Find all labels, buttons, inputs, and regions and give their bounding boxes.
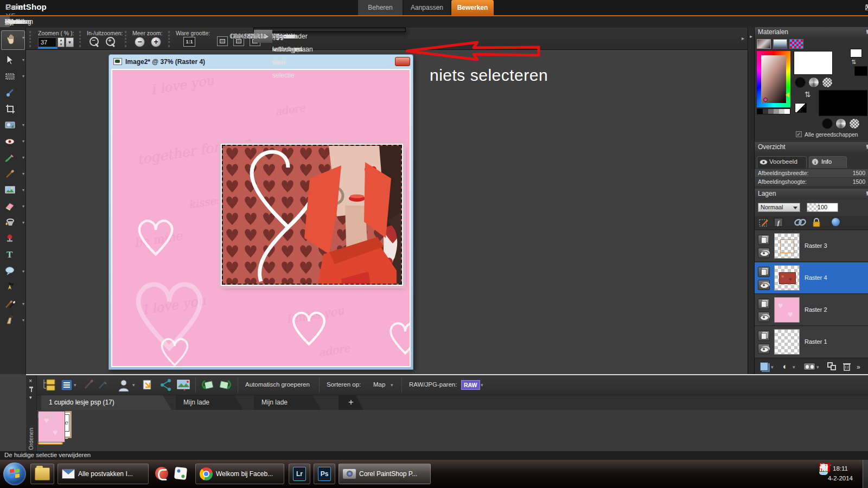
paint-brush-flyout[interactable]: ▾	[22, 171, 24, 176]
color-picker[interactable]	[757, 51, 790, 107]
layers-panel-header[interactable]: Lagen □▾×	[755, 189, 868, 200]
image-window[interactable]: Image2* @ 37% (Raster 4) I love you ador…	[108, 54, 413, 370]
zoom-in-icon[interactable]: +	[105, 36, 116, 47]
workspace-tab-bewerken[interactable]: Bewerken	[451, 0, 494, 15]
toolbar-grip[interactable]	[29, 31, 31, 47]
layer-type-icon[interactable]	[758, 299, 770, 309]
new-layer-flyout[interactable]: ▾	[771, 364, 774, 370]
color-picker-gradient[interactable]	[761, 55, 786, 103]
materials-panel-header[interactable]: Materialen □▾×	[755, 27, 868, 38]
layer-visibility-icon[interactable]	[758, 312, 770, 322]
mask-layer-icon[interactable]	[803, 363, 815, 370]
menu-help[interactable]: Help	[0, 16, 10, 28]
red-eye-tool-flyout[interactable]: ▾	[22, 139, 24, 144]
paint-brush-tool[interactable]: ▾	[2, 167, 24, 182]
all-tools-checkbox[interactable]: ✓	[796, 131, 802, 137]
swap-colors-icon[interactable]: ⇅	[805, 90, 811, 99]
organizer-pin-icon[interactable]	[29, 386, 33, 393]
zoom-out-icon[interactable]: −	[89, 36, 100, 47]
link-layers-icon[interactable]	[794, 218, 807, 227]
raw-dropdown-arrow[interactable]: ▾	[481, 382, 483, 388]
adjustment-layer-icon[interactable]: ◐	[783, 362, 788, 371]
makeover-tool-flyout[interactable]: ▾	[22, 123, 24, 127]
people-tag-flyout[interactable]: ▾	[132, 382, 135, 388]
list-view-flyout[interactable]: ▾	[74, 382, 76, 388]
lock-icon[interactable]	[812, 217, 821, 227]
zoom-value-input[interactable]: 37	[38, 37, 56, 47]
flood-fill-tool[interactable]: ▾	[2, 216, 24, 230]
red-eye-tool[interactable]: ▾	[2, 134, 24, 149]
layer-visibility-icon[interactable]	[758, 344, 770, 354]
pan-tool[interactable]: ▾	[1, 30, 25, 50]
selection-tool-flyout[interactable]: ▾	[22, 74, 24, 79]
text-tool[interactable]	[2, 248, 24, 263]
list-view-icon[interactable]	[61, 378, 73, 391]
background-swatch[interactable]	[819, 90, 867, 116]
makeover-tool[interactable]: ▾	[2, 118, 24, 133]
retouch-brush-tool[interactable]: ▾	[2, 151, 24, 165]
edit-selection-icon[interactable]	[759, 218, 770, 228]
pan-tool-flyout[interactable]: ▾	[22, 35, 24, 40]
eraser-tool[interactable]: ▾	[2, 200, 24, 214]
smudge-brush-tool[interactable]: ▾	[2, 297, 24, 312]
foreground-pattern-style-button[interactable]	[822, 77, 833, 88]
foreground-mini-swatch[interactable]	[850, 49, 862, 57]
organizer-collapse-icon[interactable]: ▾	[29, 395, 32, 400]
fit-window-to-image-button[interactable]	[217, 36, 228, 46]
overview-panel-header[interactable]: Overzicht □▾×	[755, 142, 868, 153]
taskbar-photoshop-button[interactable]: Ps	[314, 464, 335, 484]
picture-tube-tool[interactable]: ▾	[2, 183, 24, 198]
layer-thumbnail[interactable]	[774, 297, 800, 323]
layer-row-raster4-selected[interactable]: Raster 4	[755, 262, 868, 294]
image-window-titlebar[interactable]: Image2* @ 37% (Raster 4)	[109, 55, 413, 69]
actual-size-button[interactable]: 1:1	[183, 37, 195, 47]
smudge-brush-flyout[interactable]: ▾	[22, 301, 24, 306]
selected-photo-region[interactable]	[222, 145, 402, 285]
tray-tab-mijn-lade-1[interactable]: Mijn lade	[176, 395, 243, 410]
foreground-color-style-button[interactable]	[795, 77, 806, 88]
picture-stamp-tool[interactable]	[2, 232, 24, 247]
eraser-tool-flyout[interactable]: ▾	[22, 204, 24, 209]
folder-tree-icon[interactable]	[42, 378, 56, 391]
layer-visibility-icon[interactable]	[758, 280, 770, 290]
taskbar-widget-icon[interactable]	[174, 467, 187, 480]
delete-layer-icon[interactable]	[843, 362, 851, 371]
background-pattern-style-button[interactable]	[849, 118, 860, 129]
layer-row-raster2[interactable]: Raster 2	[755, 294, 868, 326]
organizer-close-icon[interactable]: ×	[29, 377, 32, 384]
layer-type-icon[interactable]	[758, 267, 770, 277]
retouch-brush-flyout[interactable]: ▾	[22, 155, 24, 160]
foreground-swatch[interactable]	[794, 51, 833, 75]
raw-value-dropdown[interactable]: RAW	[461, 380, 480, 390]
color-picker-slider[interactable]	[786, 92, 789, 98]
mono-swatch[interactable]	[795, 103, 807, 113]
materials-tab-rainbow[interactable]	[773, 39, 787, 49]
crop-tool[interactable]	[2, 102, 24, 117]
zoom-spinner[interactable]: ▲▼	[58, 37, 65, 47]
background-gradient-style-button[interactable]	[835, 118, 846, 129]
sort-dropdown-arrow[interactable]: ▾	[391, 382, 393, 388]
taskbar-lightroom-button[interactable]: Lr	[289, 464, 310, 484]
pick-tool[interactable]: ▾	[2, 53, 24, 68]
new-layer-icon[interactable]	[760, 362, 768, 371]
mask-layer-flyout[interactable]: ▾	[816, 364, 819, 370]
overview-tab-voorbeeld[interactable]: Voorbeeld	[757, 156, 807, 168]
layer-thumbnail[interactable]	[774, 265, 800, 291]
tray-tab-mijn-lade-2[interactable]: Mijn lade	[254, 395, 321, 410]
start-button[interactable]	[3, 463, 26, 485]
layer-type-icon[interactable]	[758, 235, 770, 245]
swap-mini-colors-icon[interactable]: ⇅	[851, 59, 856, 66]
opacity-field[interactable]: 100	[807, 203, 838, 212]
zoom-dropdown[interactable]: ▾	[66, 37, 74, 47]
taskbar-clock[interactable]: 18:11 4-2-2014	[820, 464, 860, 484]
image-window-close-button[interactable]	[395, 57, 410, 66]
rotate-left-icon[interactable]	[201, 378, 215, 391]
rotate-right-icon[interactable]	[218, 378, 232, 391]
close-button[interactable]	[865, 4, 868, 10]
taskbar-chrome-button[interactable]: Welkom bij Faceb...	[195, 464, 284, 484]
foreground-gradient-style-button[interactable]	[808, 77, 819, 88]
more-icons-chevron[interactable]: »	[857, 363, 860, 371]
map-photo-icon[interactable]	[177, 378, 191, 391]
background-color-style-button[interactable]	[822, 118, 833, 129]
materials-tab-swatches[interactable]	[789, 39, 803, 49]
